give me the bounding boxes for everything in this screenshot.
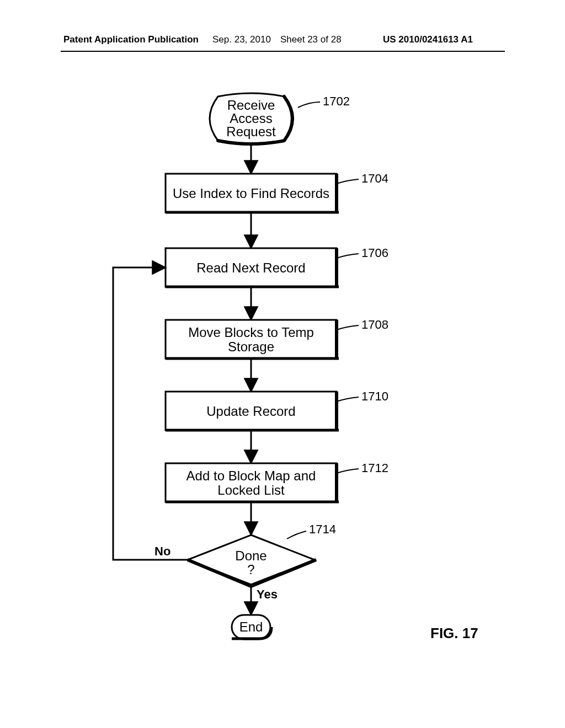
flow-step-3: Move Blocks to Temp Storage [166, 320, 339, 360]
decision-line1: Done [235, 548, 266, 563]
flow-decision: Done ? [188, 535, 316, 586]
decision-line2: ? [247, 562, 254, 577]
flow-step-1: Use Index to Find Records [166, 174, 339, 213]
step3-line1: Move Blocks to Temp [188, 325, 314, 340]
step4-text: Update Record [206, 404, 295, 419]
step1-ref: 1704 [361, 172, 388, 185]
step3-line2: Storage [228, 339, 274, 354]
header-number: US 2010/0241613 A1 [383, 34, 473, 45]
header-sheet: Sheet 23 of 28 [280, 34, 342, 45]
step3-ref: 1708 [361, 318, 388, 331]
step2-text: Read Next Record [196, 260, 305, 275]
flow-step-5: Add to Block Map and Locked List [166, 463, 339, 503]
figure-label: FIG. 17 [430, 625, 478, 641]
step5-line2: Locked List [217, 483, 285, 497]
start-line2: Access [230, 111, 272, 126]
step1-text: Use Index to Find Records [173, 186, 329, 201]
start-line3: Request [226, 124, 276, 139]
header-date: Sep. 23, 2010 [212, 34, 271, 45]
flow-step-4: Update Record [166, 392, 339, 431]
start-line1: Receive [227, 98, 275, 113]
end-text: End [239, 619, 263, 634]
start-ref: 1702 [323, 94, 350, 108]
flowchart: Receive Access Request 1702 Use Index to… [0, 85, 565, 709]
branch-no: No [154, 544, 170, 558]
flow-step-2: Read Next Record [166, 248, 339, 288]
flow-start: Receive Access Request [210, 93, 292, 144]
step2-ref: 1706 [361, 246, 388, 260]
step4-ref: 1710 [361, 389, 388, 403]
header-rule [61, 51, 505, 52]
step5-line1: Add to Block Map and [186, 468, 316, 483]
page: Patent Application Publication Sep. 23, … [0, 0, 565, 728]
flow-end: End [232, 615, 271, 639]
header-publication: Patent Application Publication [63, 34, 199, 45]
decision-ref: 1714 [309, 522, 336, 536]
step5-ref: 1712 [361, 461, 388, 475]
branch-yes: Yes [257, 587, 278, 601]
